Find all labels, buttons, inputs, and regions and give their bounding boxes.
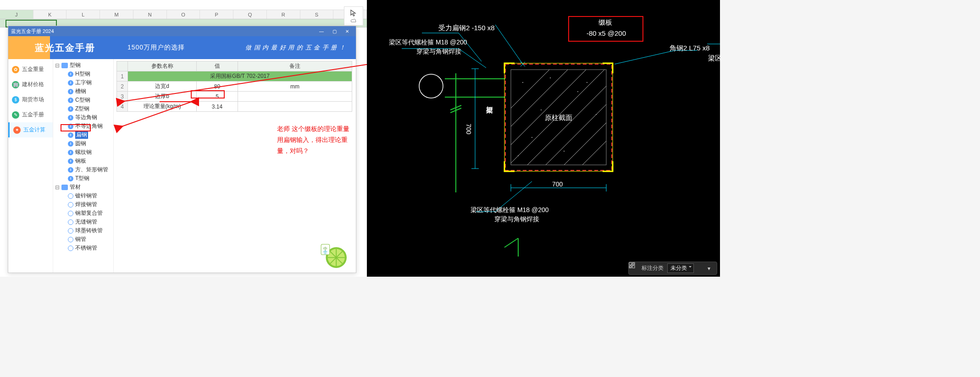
- cad-bot-label-1: 梁区等代螺栓箍 M18 @200: [471, 206, 549, 214]
- col-value[interactable]: 值: [197, 61, 238, 71]
- svg-text:👕: 👕: [323, 250, 328, 255]
- item-icon: I: [68, 71, 73, 77]
- row-number: 3: [117, 92, 128, 102]
- col-param[interactable]: 参数名称: [128, 61, 197, 71]
- col-header[interactable]: K: [33, 10, 67, 19]
- svg-point-18: [419, 74, 443, 98]
- tree-item[interactable]: ⊟型钢: [54, 61, 112, 70]
- item-icon: I: [68, 141, 73, 147]
- item-icon: [68, 246, 73, 251]
- table-row[interactable]: 3边厚b5: [117, 92, 352, 102]
- tree-item[interactable]: IT型钢: [54, 174, 112, 183]
- value-cell[interactable]: 5: [197, 92, 238, 102]
- tree-item[interactable]: 钢塑复合管: [54, 209, 112, 218]
- tree-item[interactable]: 球墨铸铁管: [54, 226, 112, 235]
- cad-bottom-toolbar[interactable]: 标注分类 未分类 ▾: [628, 262, 717, 275]
- col-header[interactable]: P: [200, 10, 233, 19]
- maximize-button[interactable]: ▢: [328, 27, 340, 35]
- nav-material-price[interactable]: 🏢建材价格: [8, 77, 53, 92]
- item-icon: [68, 211, 73, 216]
- category-tree[interactable]: ⊟型钢IH型钢I工字钢I槽钢IC型钢IZ型钢I等边角钢I不等边角钢I扁钢I圆钢I…: [53, 59, 114, 273]
- table-row[interactable]: 1采用国标GB/T 702-2017: [117, 71, 352, 82]
- col-header[interactable]: M: [100, 10, 133, 19]
- tree-item[interactable]: I扁钢: [54, 131, 112, 139]
- tree-item[interactable]: 镀锌钢管: [54, 191, 112, 200]
- banner: 蓝光五金手册 1500万用户的选择 做 国 内 最 好 用 的 五 金 手 册 …: [8, 36, 356, 59]
- value-cell[interactable]: 80: [197, 82, 238, 92]
- formula-bar[interactable]: [0, 0, 367, 10]
- svg-line-55: [504, 238, 518, 247]
- col-header[interactable]: J: [0, 10, 33, 19]
- item-icon: I: [68, 167, 73, 173]
- svg-line-14: [459, 33, 482, 61]
- param-cell: 边宽d: [128, 82, 197, 92]
- table-row[interactable]: 2边宽d80mm: [117, 82, 352, 92]
- cad-right-clip: 梁区: [708, 54, 722, 63]
- item-icon: I: [68, 106, 73, 112]
- note-cell: [238, 92, 352, 102]
- calc-icon: ✦: [13, 126, 21, 134]
- item-icon: I: [68, 98, 73, 103]
- svg-line-35: [527, 78, 670, 220]
- tree-item[interactable]: I不等边角钢: [54, 122, 112, 131]
- content-panel: 参数名称 值 备注 1采用国标GB/T 702-20172边宽d80mm3边厚b…: [114, 59, 356, 273]
- nav-label: 五金计算: [23, 126, 45, 134]
- svg-line-32: [472, 23, 615, 165]
- tree-item[interactable]: IZ型钢: [54, 104, 112, 113]
- dropdown-icon[interactable]: ▾: [708, 265, 714, 272]
- table-row[interactable]: 4理论重量(kg/m)3.14: [117, 102, 352, 112]
- hardware-manual-window: 蓝光五金手册 2024 ― ▢ ✕ 蓝光五金手册 1500万用户的选择 做 国 …: [8, 26, 356, 273]
- param-cell: 边厚b: [128, 92, 197, 102]
- close-button[interactable]: ✕: [341, 27, 353, 35]
- tag-category-dropdown[interactable]: 未分类: [667, 263, 694, 273]
- svg-line-28: [482, 32, 624, 174]
- banner-subtitle: 1500万用户的选择: [127, 44, 185, 52]
- nav-weight[interactable]: ✿五金重量: [8, 62, 53, 77]
- tree-item[interactable]: I圆钢: [54, 139, 112, 148]
- tree-item[interactable]: 无缝钢管: [54, 218, 112, 226]
- tree-item[interactable]: 不锈钢管: [54, 244, 112, 252]
- tree-item[interactable]: I螺纹钢: [54, 148, 112, 157]
- tree-item[interactable]: I等边角钢: [54, 113, 112, 122]
- col-header[interactable]: Q: [233, 10, 267, 19]
- tree-item[interactable]: 铜管: [54, 235, 112, 244]
- value-cell[interactable]: 3.14: [197, 102, 238, 112]
- svg-point-42: [587, 82, 587, 83]
- col-note[interactable]: 备注: [238, 61, 352, 71]
- col-header[interactable]: O: [167, 10, 200, 19]
- tree-item[interactable]: IC型钢: [54, 96, 112, 104]
- col-header[interactable]: N: [133, 10, 167, 19]
- svg-point-44: [518, 155, 519, 156]
- tree-item[interactable]: ⊟管材: [54, 183, 112, 191]
- col-header[interactable]: L: [66, 10, 100, 19]
- col-header[interactable]: R: [267, 10, 300, 19]
- tree-item[interactable]: IH型钢: [54, 70, 112, 78]
- cursor-toolbox[interactable]: [344, 6, 363, 26]
- nav-futures[interactable]: ＄期货市场: [8, 92, 53, 107]
- row-number: 4: [117, 102, 128, 112]
- nav-calc[interactable]: ✦五金计算: [8, 122, 53, 137]
- tree-item[interactable]: I方、矩形钢管: [54, 165, 112, 174]
- titlebar[interactable]: 蓝光五金手册 2024 ― ▢ ✕: [8, 26, 356, 36]
- minimize-button[interactable]: ―: [316, 27, 327, 35]
- col-header[interactable]: S: [300, 10, 334, 19]
- nav-label: 期货市场: [22, 96, 44, 104]
- cad-view[interactable]: 缀板 -80 x5 @200 受力扁钢2 -150 x8 梁区等代螺栓箍 M18…: [367, 0, 720, 277]
- edit-icon[interactable]: [698, 265, 704, 272]
- tree-item[interactable]: I槽钢: [54, 87, 112, 96]
- svg-point-38: [577, 91, 578, 92]
- nav-manual[interactable]: ✎五金手册: [8, 107, 53, 122]
- hand-icon: [350, 18, 357, 23]
- row-number: 1: [117, 71, 128, 82]
- tree-item[interactable]: 焊接钢管: [54, 200, 112, 209]
- cad-dim-h: 700: [552, 180, 563, 188]
- tree-item[interactable]: I钢板: [54, 157, 112, 165]
- param-cell: 理论重量(kg/m): [128, 102, 197, 112]
- cursor-icon: [350, 9, 357, 16]
- item-icon: [68, 237, 73, 242]
- folder-icon: [61, 63, 68, 68]
- tree-item[interactable]: I工字钢: [54, 78, 112, 87]
- banner-title: 蓝光五金手册: [35, 42, 95, 54]
- clover-icon: ✿: [12, 66, 19, 73]
- item-icon: I: [68, 150, 73, 155]
